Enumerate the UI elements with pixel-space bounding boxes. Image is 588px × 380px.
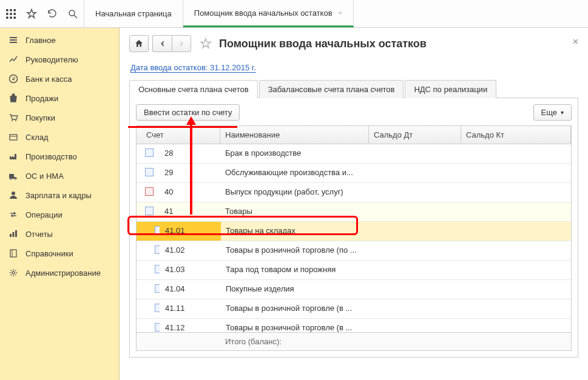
svg-line-10 — [74, 15, 77, 18]
svg-rect-20 — [13, 232, 15, 237]
sidebar-item[interactable]: Руководителю — [0, 50, 119, 69]
table-row[interactable]: 41.04Покупные изделия — [137, 280, 571, 299]
top-toolbar: Начальная страницаПомощник ввода начальн… — [0, 0, 588, 28]
svg-text:₽: ₽ — [12, 76, 15, 82]
col-credit[interactable]: Сальдо Кт — [461, 126, 571, 144]
sidebar-item[interactable]: Операции — [0, 205, 119, 224]
table-row[interactable]: 41.01Товары на складах — [137, 222, 571, 241]
accounts-grid: Счет Наименование Сальдо Дт Сальдо Кт 28… — [136, 125, 572, 351]
table-row[interactable]: 41Товары — [137, 202, 571, 222]
person-icon — [8, 190, 18, 200]
page-title: Помощник ввода начальных остатков — [219, 38, 427, 50]
tab-close-icon[interactable]: × — [339, 9, 342, 16]
sidebar-item[interactable]: Продажи — [0, 88, 119, 108]
inner-tab[interactable]: Забалансовые счета плана счетов — [259, 80, 404, 98]
sidebar-item-label: Справочники — [25, 249, 73, 258]
table-panel: Ввести остатки по счету Еще Счет Наимено… — [129, 98, 578, 358]
date-link[interactable]: Дата ввода остатков: 31.12.2015 г. — [130, 63, 256, 72]
menu-icon — [8, 35, 18, 45]
cell-account-code: 41.11 — [160, 299, 221, 318]
svg-point-17 — [15, 178, 16, 180]
grid-body[interactable]: 28Брак в производстве29Обслуживающие про… — [137, 144, 571, 332]
sidebar-item-label: Руководителю — [25, 55, 78, 64]
sidebar-item-label: Главное — [25, 36, 56, 45]
account-type-icon — [145, 187, 154, 196]
svg-rect-21 — [15, 230, 17, 237]
svg-point-16 — [10, 178, 12, 180]
book-icon — [8, 248, 18, 258]
cell-account-name: Выпуск продукции (работ, услуг) — [220, 183, 369, 202]
sidebar-item[interactable]: Справочники — [0, 244, 119, 263]
top-tabs: Начальная страницаПомощник ввода начальн… — [84, 0, 354, 27]
history-icon[interactable] — [46, 8, 58, 20]
account-type-icon — [155, 284, 160, 293]
sidebar-item-label: Производство — [25, 152, 77, 161]
svg-rect-3 — [6, 13, 8, 15]
sidebar-item-label: Операции — [25, 210, 63, 219]
table-row[interactable]: 41.12Товары в розничной торговле (в ... — [137, 319, 571, 332]
star-icon[interactable] — [25, 8, 38, 20]
home-button[interactable] — [129, 35, 149, 52]
col-debit[interactable]: Сальдо Дт — [369, 126, 461, 144]
svg-rect-19 — [10, 234, 12, 237]
bar-chart-icon — [8, 229, 18, 239]
cell-account-code: 29 — [160, 164, 220, 182]
sidebar-item[interactable]: Главное — [0, 30, 119, 50]
table-row[interactable]: 28Брак в производстве — [137, 144, 571, 164]
back-button[interactable] — [152, 35, 172, 52]
table-row[interactable]: 40Выпуск продукции (работ, услуг) — [137, 183, 571, 202]
sidebar-item-label: Склад — [25, 133, 49, 142]
sidebar-item[interactable]: Производство — [0, 147, 119, 166]
sidebar-item[interactable]: Покупки — [0, 108, 119, 127]
table-row[interactable]: 41.03Тара под товаром и порожняя — [137, 261, 571, 280]
cell-account-name: Покупные изделия — [221, 280, 370, 299]
cell-account-name: Обслуживающие производства и... — [220, 164, 369, 182]
svg-point-14 — [15, 120, 16, 121]
close-icon[interactable]: × — [573, 36, 578, 47]
sidebar-item-label: Покупки — [25, 113, 55, 122]
favorite-star-icon[interactable] — [198, 36, 213, 51]
main-pane: × Помощник ввода начальных остатков Дата… — [120, 28, 588, 380]
svg-point-18 — [12, 192, 15, 195]
cell-account-name: Товары в розничной торговле (по ... — [221, 241, 370, 260]
cell-account-code: 41.04 — [160, 280, 221, 299]
cell-account-code: 41 — [160, 202, 220, 221]
table-row[interactable]: 29Обслуживающие производства и... — [137, 164, 571, 183]
inner-tabs: Основные счета плана счетовЗабалансовые … — [129, 79, 578, 98]
sidebar-item[interactable]: Зарплата и кадры — [0, 185, 119, 205]
top-tab[interactable]: Помощник ввода начальных остатков× — [183, 0, 354, 27]
forward-button[interactable] — [172, 35, 191, 52]
inner-tab[interactable]: Основные счета плана счетов — [129, 80, 258, 98]
sidebar-item[interactable]: Склад — [0, 127, 119, 147]
cell-account-name: Товары на складах — [221, 222, 370, 241]
search-icon[interactable] — [67, 8, 79, 20]
sidebar-item[interactable]: ₽Банк и касса — [0, 69, 119, 88]
col-name[interactable]: Наименование — [220, 126, 369, 144]
sidebar-item[interactable]: ОС и НМА — [0, 166, 119, 185]
svg-rect-1 — [10, 9, 12, 11]
sidebar-item-label: Администрирование — [25, 268, 101, 278]
svg-rect-15 — [10, 135, 17, 140]
table-row[interactable]: 41.02Товары в розничной торговле (по ... — [137, 241, 571, 261]
account-type-icon — [145, 168, 154, 176]
cell-account-code: 28 — [160, 144, 220, 163]
sidebar-item[interactable]: Отчеты — [0, 224, 119, 244]
sidebar-item[interactable]: Администрирование — [0, 263, 119, 282]
svg-rect-0 — [6, 9, 8, 11]
account-type-icon — [145, 207, 154, 215]
inner-tab[interactable]: НДС по реализации — [405, 80, 496, 98]
col-account[interactable]: Счет — [137, 126, 220, 144]
sidebar-item-label: Продажи — [25, 94, 58, 103]
table-row[interactable]: 41.11Товары в розничной торговле (в ... — [137, 299, 571, 319]
apps-icon[interactable] — [5, 8, 17, 20]
more-button[interactable]: Еще — [533, 104, 572, 121]
svg-rect-7 — [10, 16, 12, 18]
enter-balance-button[interactable]: Ввести остатки по счету — [136, 104, 240, 121]
top-tab[interactable]: Начальная страница — [84, 0, 183, 27]
cart-icon — [8, 113, 18, 122]
cell-account-code: 41.03 — [160, 261, 221, 279]
cell-account-name: Тара под товаром и порожняя — [221, 261, 370, 279]
sidebar-item-label: ОС и НМА — [25, 172, 64, 181]
cell-account-name: Товары в розничной торговле (в ... — [221, 319, 370, 332]
cell-account-name: Товары — [220, 202, 369, 221]
